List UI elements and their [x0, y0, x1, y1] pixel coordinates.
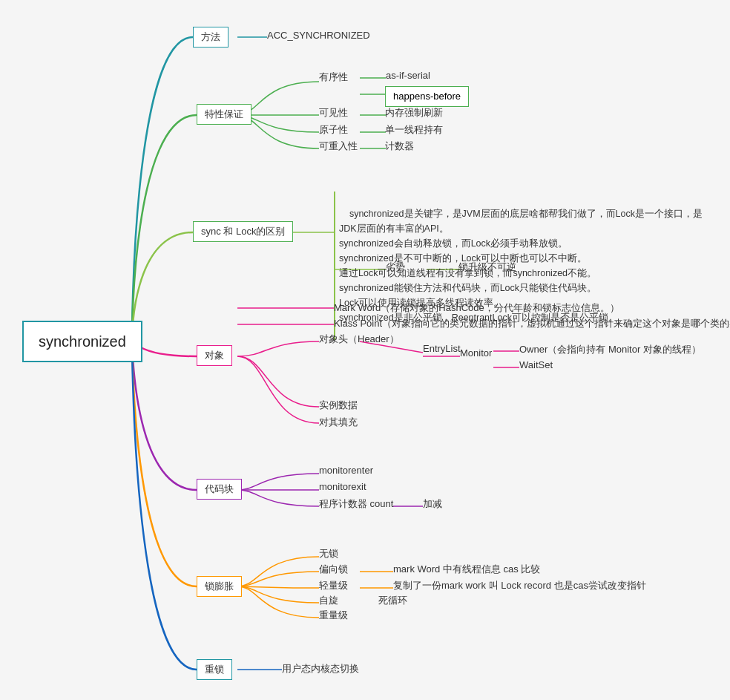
label-shili: 实例数据	[319, 399, 358, 412]
label-zhongliangji: 重量级	[319, 609, 348, 622]
label-kejian: 可见性	[319, 106, 348, 120]
label-suojia: 锁升级不可逆	[458, 261, 516, 274]
synclock-label: sync 和 Lock的区别	[201, 226, 285, 237]
label-qingliang: 轻量级	[319, 579, 348, 592]
label-monitorenter: monitorenter	[319, 465, 373, 476]
label-qingliang-desc: 复制了一份mark work 叫 Lock record 也是cas尝试改变指针	[393, 579, 646, 592]
label-sixunhuan: 死循环	[378, 594, 407, 607]
label-neicun: 内存强制刷新	[385, 106, 443, 120]
label-yuanzi: 原子性	[319, 123, 348, 137]
daimakuai-label: 代码块	[205, 483, 234, 494]
label-klasspoint: Klass Point（对象指向它的类元数据的指针，虚拟机通过这个指针来确定这个…	[334, 317, 730, 330]
texing-label: 特性保证	[205, 108, 243, 120]
node-chongsuo: 重锁	[197, 659, 232, 680]
label-zixuan: 自旋	[319, 594, 338, 607]
label-acc: ACC_SYNCHRONIZED	[267, 30, 370, 41]
label-youxuxing: 有序性	[319, 71, 348, 84]
node-happens: happens-before	[385, 86, 469, 107]
center-label: synchronized	[39, 333, 126, 350]
chongsuo-label: 重锁	[205, 664, 224, 675]
label-kechong: 可重入性	[319, 140, 358, 153]
label-pianxiang: 偏向锁	[319, 563, 348, 576]
label-as-if: as-if-serial	[386, 70, 430, 81]
node-fangfa: 方法	[193, 27, 228, 48]
node-texing: 特性保证	[197, 104, 251, 125]
label-duiqi: 对其填充	[319, 416, 358, 429]
label-monitorexit: monitorexit	[319, 481, 366, 492]
label-duixiangtou: 对象头（Header）	[319, 333, 399, 346]
node-suopengzhang: 锁膨胀	[197, 576, 242, 597]
duixiang-label: 对象	[205, 350, 224, 361]
node-synclock: sync 和 Lock的区别	[193, 221, 293, 242]
center-node: synchronized	[22, 321, 142, 362]
label-yonghutai: 用户态内核态切换	[282, 662, 359, 676]
label-pianxiang-desc: mark Word 中有线程信息 cas 比较	[393, 563, 540, 576]
label-lieishi: 劣势	[386, 261, 405, 274]
label-jiajian: 加减	[423, 497, 442, 511]
label-owner: Owner（会指向持有 Monitor 对象的线程）	[519, 343, 701, 356]
label-monitor: Monitor	[460, 347, 492, 359]
label-danyi: 单一线程持有	[385, 123, 443, 137]
node-duixiang: 对象	[197, 345, 232, 366]
label-markword: Mark Word（存储对象的HashCode，分代年龄和锁标志位信息。）	[334, 301, 619, 315]
suopengzhang-label: 锁膨胀	[205, 580, 234, 592]
fangfa-label: 方法	[201, 31, 220, 42]
label-wusuo: 无锁	[319, 547, 338, 560]
label-waitset: WaitSet	[519, 359, 553, 370]
label-chengxu: 程序计数器 count	[319, 497, 393, 511]
label-entrylist: EntryList	[423, 343, 461, 354]
node-daimakuai: 代码块	[197, 479, 242, 500]
label-jishuqi: 计数器	[385, 140, 414, 153]
